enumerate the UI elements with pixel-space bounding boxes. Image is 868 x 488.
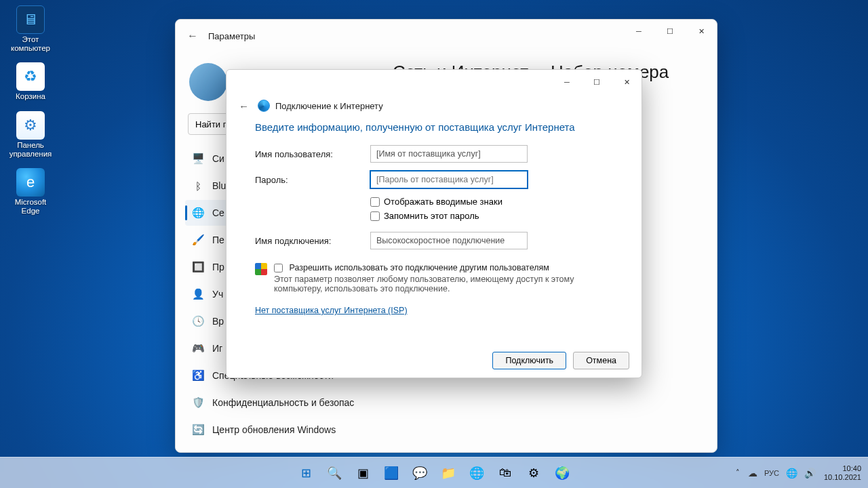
bluetooth-icon: ᛒ (192, 180, 204, 192)
connect-button[interactable]: Подключить (492, 352, 566, 369)
explorer-button[interactable]: 📁 (437, 462, 460, 485)
chat-button[interactable]: 💬 (408, 462, 431, 485)
clock-time: 10:40 (824, 464, 861, 473)
edge-icon: e (16, 168, 45, 197)
dialog-body: Введите информацию, полученную от постав… (226, 119, 642, 344)
dialog-back-button[interactable]: ← (239, 100, 252, 112)
apps-icon: 🔲 (192, 261, 204, 273)
cancel-button[interactable]: Отмена (573, 352, 629, 369)
nav-label: Иг (212, 343, 222, 354)
system-icon: 🖥️ (192, 152, 204, 165)
nav-label: Вр (212, 316, 224, 327)
nav-label: Центр обновления Windows (212, 424, 336, 435)
username-input[interactable] (370, 145, 528, 163)
icon-label: Панельуправления (9, 141, 52, 159)
nav-label: Пр (212, 262, 224, 272)
network-taskbar-button[interactable]: 🌍 (551, 462, 574, 485)
dialog-close-button[interactable]: ✕ (612, 72, 642, 92)
nav-privacy[interactable]: 🛡️Конфиденциальность и безопас (185, 390, 375, 415)
desktop-icon-control-panel[interactable]: ⚙ Панельуправления (4, 111, 57, 159)
icon-label: Этоткомпьютер (11, 35, 50, 53)
dialog-title: Подключение к Интернету (275, 101, 383, 111)
gamepad-icon: 🎮 (192, 342, 204, 354)
tray-lang[interactable]: РУС (764, 469, 779, 477)
taskbar-center: ⊞ 🔍 ▣ 🟦 💬 📁 🌐 🛍 ⚙ 🌍 (294, 462, 574, 485)
settings-back-button[interactable]: ← (181, 24, 204, 47)
desktop-icons: 🖥 Этоткомпьютер ♻ Корзина ⚙ Панельуправл… (4, 5, 58, 226)
connection-name-label: Имя подключения: (255, 236, 370, 246)
show-characters-label: Отображать вводимые знаки (384, 197, 502, 207)
clock-date: 10.10.2021 (824, 473, 861, 482)
onedrive-icon[interactable]: ☁ (748, 468, 757, 479)
accessibility-icon: ♿ (192, 369, 204, 382)
icon-label: MicrosoftEdge (15, 198, 47, 216)
desktop-icon-this-pc[interactable]: 🖥 Этоткомпьютер (4, 5, 57, 53)
username-label: Имя пользователя: (255, 149, 370, 159)
nav-label: Blu (212, 180, 226, 191)
show-characters-checkbox[interactable] (370, 197, 380, 207)
desktop-icon-recycle-bin[interactable]: ♻ Корзина (4, 62, 57, 101)
nav-update[interactable]: 🔄Центр обновления Windows (185, 417, 375, 443)
allow-others-label: Разрешить использовать это подключение д… (289, 263, 549, 272)
dialog-instruction: Введите информацию, полученную от постав… (255, 121, 613, 133)
allow-others-description: Этот параметр позволяет любому пользоват… (274, 274, 613, 293)
network-icon: 🌐 (192, 207, 204, 219)
dialog-maximize-button[interactable]: ☐ (582, 72, 612, 92)
settings-title: Параметры (208, 31, 255, 41)
brush-icon: 🖌️ (192, 234, 204, 246)
password-input[interactable] (370, 171, 528, 188)
remember-password-checkbox[interactable] (370, 211, 380, 221)
taskbar: ⊞ 🔍 ▣ 🟦 💬 📁 🌐 🛍 ⚙ 🌍 ˄ ☁ РУС 🌐 🔊 10:40 10… (0, 457, 868, 488)
start-button[interactable]: ⊞ (294, 462, 317, 485)
store-button[interactable]: 🛍 (494, 462, 517, 485)
dialog-footer: Подключить Отмена (226, 344, 642, 378)
volume-icon[interactable]: 🔊 (804, 468, 816, 479)
widgets-button[interactable]: 🟦 (380, 462, 403, 485)
taskbar-clock[interactable]: 10:40 10.10.2021 (824, 464, 861, 481)
recycle-bin-icon: ♻ (16, 62, 45, 91)
settings-window-controls: ─ ☐ ✕ (623, 20, 717, 43)
desktop-icon-edge[interactable]: e MicrosoftEdge (4, 168, 57, 216)
password-label: Пароль: (255, 175, 370, 185)
settings-titlebar: ← Параметры ─ ☐ ✕ (176, 20, 717, 52)
internet-connection-dialog: ─ ☐ ✕ ← Подключение к Интернету Введите … (226, 69, 642, 378)
globe-icon (258, 100, 270, 112)
nav-label: Пе (212, 235, 224, 245)
nav-label: Се (212, 207, 224, 218)
taskbar-tray: ˄ ☁ РУС 🌐 🔊 10:40 10.10.2021 (736, 464, 861, 481)
taskbar-search-button[interactable]: 🔍 (323, 462, 346, 485)
minimize-button[interactable]: ─ (623, 20, 654, 43)
shield-icon: 🛡️ (192, 396, 204, 409)
tray-chevron-up-icon[interactable]: ˄ (736, 468, 740, 477)
clock-icon: 🕓 (192, 315, 204, 327)
avatar (189, 63, 227, 101)
task-view-button[interactable]: ▣ (351, 462, 374, 485)
network-tray-icon[interactable]: 🌐 (786, 468, 797, 479)
no-isp-link[interactable]: Нет поставщика услуг Интернета (ISP) (255, 306, 408, 315)
control-panel-icon: ⚙ (16, 111, 45, 140)
connection-name-input[interactable] (370, 232, 528, 249)
nav-label: Си (212, 153, 224, 164)
dialog-header: ← Подключение к Интернету (226, 94, 642, 119)
pc-icon: 🖥 (16, 5, 45, 34)
uac-shield-icon (255, 263, 267, 275)
dialog-titlebar: ─ ☐ ✕ (226, 70, 642, 94)
update-icon: 🔄 (192, 424, 204, 436)
edge-taskbar-button[interactable]: 🌐 (465, 462, 488, 485)
maximize-button[interactable]: ☐ (654, 20, 686, 43)
allow-others-checkbox[interactable] (274, 264, 283, 272)
person-icon: 👤 (192, 288, 204, 300)
close-button[interactable]: ✕ (686, 20, 717, 43)
dialog-minimize-button[interactable]: ─ (552, 72, 582, 92)
nav-label: Конфиденциальность и безопас (212, 397, 354, 408)
remember-password-label: Запомнить этот пароль (384, 211, 479, 221)
icon-label: Корзина (16, 92, 45, 101)
settings-taskbar-button[interactable]: ⚙ (522, 462, 545, 485)
nav-label: Уч (212, 289, 223, 300)
